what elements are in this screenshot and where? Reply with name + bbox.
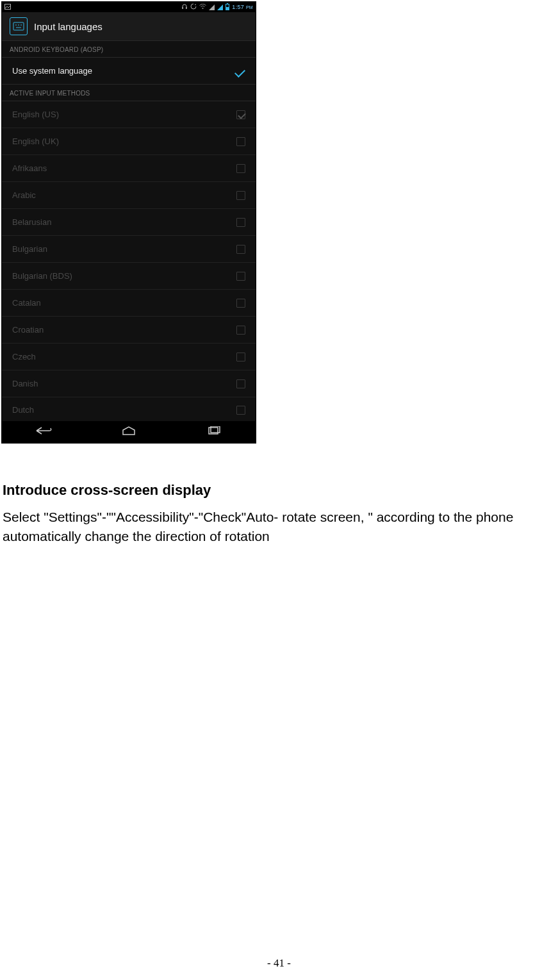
checkbox-icon <box>236 379 245 388</box>
language-row[interactable]: Dutch <box>2 397 256 417</box>
language-row[interactable]: Bulgarian <box>2 236 256 263</box>
checkbox-icon <box>236 245 245 254</box>
checkbox-icon <box>236 272 245 281</box>
svg-rect-4 <box>13 22 24 30</box>
checkbox-icon <box>236 326 245 335</box>
language-row[interactable]: Afrikaans <box>2 155 256 182</box>
page-title: Input languages <box>34 21 103 32</box>
language-row[interactable]: Bulgarian (BDS) <box>2 263 256 290</box>
section-header-active: ACTIVE INPUT METHODS <box>2 85 256 101</box>
use-system-language-row[interactable]: Use system language <box>2 58 256 85</box>
language-row[interactable]: Croatian <box>2 317 256 344</box>
app-header: Input languages <box>2 12 256 41</box>
keyboard-app-icon <box>10 17 28 35</box>
checkbox-icon <box>236 164 245 173</box>
android-nav-bar <box>2 421 256 443</box>
doc-body: Select "Settings"-""Accessibility"-"Chec… <box>3 508 555 547</box>
svg-point-3 <box>202 7 204 8</box>
language-row[interactable]: Belarusian <box>2 209 256 236</box>
use-system-language-label: Use system language <box>12 66 92 76</box>
sync-icon <box>190 3 197 11</box>
home-button[interactable] <box>106 426 151 438</box>
language-label: Arabic <box>12 190 36 200</box>
doc-section: Introduce cross-screen display Select "S… <box>1 482 557 547</box>
svg-rect-1 <box>183 7 184 9</box>
checkbox-icon <box>236 110 245 119</box>
page-number: - 41 - <box>0 957 558 970</box>
back-button[interactable] <box>22 426 67 438</box>
signal-icon <box>209 4 215 10</box>
gallery-icon <box>4 4 11 11</box>
language-row[interactable]: English (US) <box>2 101 256 128</box>
language-label: Czech <box>12 352 36 361</box>
language-label: Dutch <box>12 405 34 415</box>
language-row[interactable]: Czech <box>2 344 256 370</box>
wifi-icon <box>199 4 206 11</box>
checkbox-icon <box>236 406 245 415</box>
language-label: Afrikaans <box>12 163 47 173</box>
checkbox-icon <box>236 299 245 308</box>
language-label: Croatian <box>12 325 44 335</box>
status-time: 1:57 PM <box>232 4 253 10</box>
checkbox-icon <box>236 218 245 227</box>
language-row[interactable]: Catalan <box>2 290 256 317</box>
checkmark-icon <box>235 67 245 75</box>
status-bar: 1:57 PM <box>2 2 256 12</box>
language-row[interactable]: Arabic <box>2 182 256 209</box>
doc-heading: Introduce cross-screen display <box>3 482 555 499</box>
checkbox-icon <box>236 137 245 146</box>
language-label: Bulgarian (BDS) <box>12 271 72 281</box>
language-label: Bulgarian <box>12 244 47 254</box>
language-row[interactable]: Danish <box>2 370 256 397</box>
section-header-aosp: ANDROID KEYBOARD (AOSP) <box>2 41 256 58</box>
language-row[interactable]: English (UK) <box>2 128 256 155</box>
android-screenshot: 1:57 PM Input languages ANDROID KEYBOARD… <box>1 1 256 444</box>
language-label: Belarusian <box>12 217 51 227</box>
checkbox-icon <box>236 191 245 200</box>
recent-apps-button[interactable] <box>191 426 236 438</box>
language-label: English (US) <box>12 110 59 119</box>
language-label: Danish <box>12 379 38 388</box>
battery-icon <box>226 4 229 10</box>
language-label: English (UK) <box>12 137 59 146</box>
checkbox-icon <box>236 353 245 361</box>
language-label: Catalan <box>12 298 41 308</box>
signal-icon <box>217 4 223 10</box>
svg-rect-2 <box>186 7 187 9</box>
headphone-icon <box>181 4 188 11</box>
